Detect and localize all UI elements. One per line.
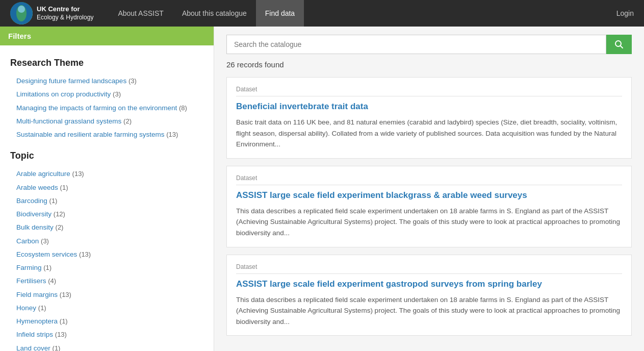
header: UK Centre for Ecology & Hydrology About …	[0, 0, 644, 27]
nav-about-catalogue[interactable]: About this catalogue	[173, 0, 256, 27]
dataset-title-0[interactable]: Beneficial invertebrate trait data	[236, 102, 622, 112]
main-content: 26 records found Dataset Beneficial inve…	[214, 27, 644, 351]
filter-barcoding[interactable]: Barcoding (1)	[10, 194, 205, 208]
search-bar	[226, 35, 632, 54]
filter-hymenoptera[interactable]: Hymenoptera (1)	[10, 315, 205, 328]
filters-label: Filters	[8, 32, 31, 40]
filter-multifunctional[interactable]: Multi-functional grassland systems (2)	[10, 115, 205, 128]
filter-infield-strips[interactable]: Infield strips (13)	[10, 328, 205, 341]
topic-title: Topic	[10, 151, 205, 161]
dataset-label-0: Dataset	[236, 86, 622, 93]
filter-bulk-density[interactable]: Bulk density (2)	[10, 221, 205, 234]
dataset-title-1[interactable]: ASSIST large scale field experiment blac…	[236, 190, 622, 200]
dataset-desc-1: This data describes a replicated field s…	[236, 206, 622, 239]
search-button[interactable]	[606, 35, 632, 54]
filter-farming[interactable]: Farming (1)	[10, 261, 205, 274]
dataset-divider-0	[236, 96, 622, 96]
sidebar: Filters Research Theme Designing future …	[0, 27, 214, 351]
filter-carbon[interactable]: Carbon (3)	[10, 235, 205, 248]
dataset-divider-2	[236, 273, 622, 274]
research-theme-list: Designing future farmed landscapes (3) L…	[10, 74, 205, 141]
logo-text: UK Centre for Ecology & Hydrology	[37, 5, 93, 21]
dataset-card-0: Dataset Beneficial invertebrate trait da…	[226, 77, 632, 159]
filter-honey[interactable]: Honey (1)	[10, 302, 205, 315]
records-found: 26 records found	[226, 60, 632, 69]
dataset-card-1: Dataset ASSIST large scale field experim…	[226, 166, 632, 247]
filter-biodiversity[interactable]: Biodiversity (12)	[10, 208, 205, 221]
dataset-desc-0: Basic trait data on 116 UK bee, and 81 n…	[236, 117, 622, 150]
filter-designing-farmed[interactable]: Designing future farmed landscapes (3)	[10, 74, 205, 88]
filters-bar: Filters	[0, 27, 214, 45]
research-theme-title: Research Theme	[10, 58, 205, 68]
filter-sustainable-arable[interactable]: Sustainable and resilient arable farming…	[10, 128, 205, 141]
sidebar-content: Research Theme Designing future farmed l…	[0, 45, 214, 351]
main-nav: About ASSIST About this catalogue Find d…	[109, 0, 616, 27]
filter-field-margins[interactable]: Field margins (13)	[10, 288, 205, 302]
topic-list: Arable agriculture (13) Arable weeds (1)…	[10, 167, 205, 351]
filter-fertilisers[interactable]: Fertilisers (4)	[10, 274, 205, 288]
search-input[interactable]	[226, 35, 606, 54]
svg-point-2	[18, 6, 25, 13]
search-icon	[614, 40, 624, 49]
dataset-title-2[interactable]: ASSIST large scale field experiment gast…	[236, 279, 622, 289]
filter-limitations-crop[interactable]: Limitations on crop productivity (3)	[10, 88, 205, 101]
dataset-card-2: Dataset ASSIST large scale field experim…	[226, 255, 632, 336]
filter-arable-weeds[interactable]: Arable weeds (1)	[10, 181, 205, 194]
dataset-divider-1	[236, 185, 622, 185]
nav-find-data[interactable]: Find data	[256, 0, 304, 27]
dataset-label-1: Dataset	[236, 174, 622, 182]
logo-area: UK Centre for Ecology & Hydrology	[10, 2, 93, 24]
nav-about-assist[interactable]: About ASSIST	[109, 0, 173, 27]
login-link[interactable]: Login	[616, 9, 634, 17]
dataset-label-2: Dataset	[236, 263, 622, 270]
filter-managing-impacts[interactable]: Managing the impacts of farming on the e…	[10, 102, 205, 115]
filter-ecosystem-services[interactable]: Ecosystem services (13)	[10, 248, 205, 261]
filter-land-cover[interactable]: Land cover (1)	[10, 342, 205, 352]
page-body: Filters Research Theme Designing future …	[0, 27, 644, 351]
dataset-desc-2: This data describes a replicated field s…	[236, 294, 622, 328]
filter-arable-agriculture[interactable]: Arable agriculture (13)	[10, 167, 205, 181]
logo-icon	[10, 2, 33, 24]
svg-line-4	[621, 46, 623, 48]
